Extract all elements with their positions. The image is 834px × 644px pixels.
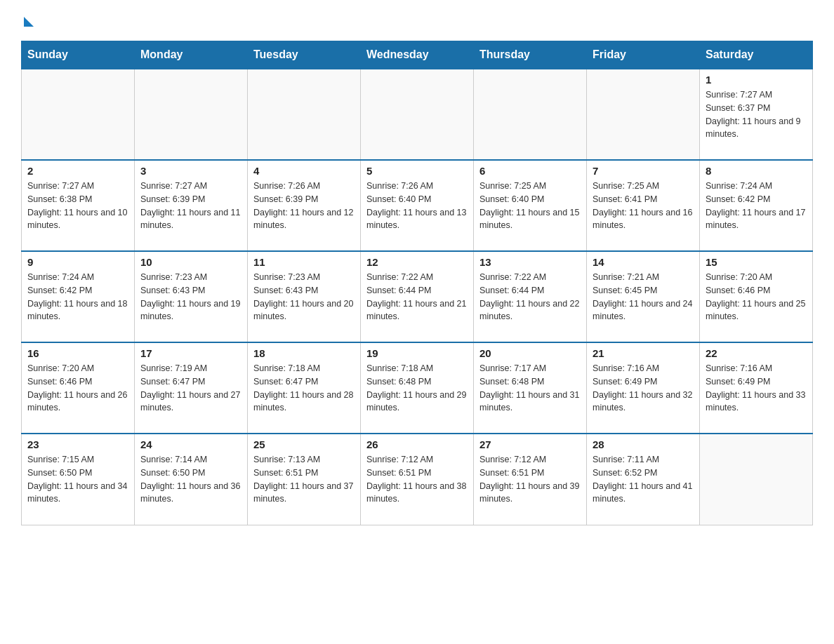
- day-number: 2: [27, 165, 128, 177]
- day-number: 21: [593, 347, 694, 359]
- calendar-cell: 15Sunrise: 7:20 AM Sunset: 6:46 PM Dayli…: [700, 251, 813, 342]
- calendar-cell: 6Sunrise: 7:25 AM Sunset: 6:40 PM Daylig…: [474, 160, 587, 251]
- calendar-cell: 20Sunrise: 7:17 AM Sunset: 6:48 PM Dayli…: [474, 342, 587, 434]
- day-info: Sunrise: 7:21 AM Sunset: 6:45 PM Dayligh…: [593, 271, 694, 323]
- day-number: 6: [479, 165, 581, 177]
- calendar-cell: 13Sunrise: 7:22 AM Sunset: 6:44 PM Dayli…: [474, 251, 587, 342]
- calendar-cell: 3Sunrise: 7:27 AM Sunset: 6:39 PM Daylig…: [135, 160, 248, 251]
- day-info: Sunrise: 7:23 AM Sunset: 6:43 PM Dayligh…: [253, 271, 355, 323]
- calendar-cell: 2Sunrise: 7:27 AM Sunset: 6:38 PM Daylig…: [22, 160, 135, 251]
- calendar-cell: 8Sunrise: 7:24 AM Sunset: 6:42 PM Daylig…: [700, 160, 813, 251]
- calendar-cell: [135, 69, 248, 160]
- logo-arrow-icon: [24, 17, 34, 27]
- day-number: 17: [140, 347, 241, 359]
- day-info: Sunrise: 7:17 AM Sunset: 6:48 PM Dayligh…: [479, 362, 581, 415]
- day-info: Sunrise: 7:14 AM Sunset: 6:50 PM Dayligh…: [140, 453, 241, 506]
- calendar-week-row: 23Sunrise: 7:15 AM Sunset: 6:50 PM Dayli…: [22, 434, 813, 525]
- calendar-cell: 14Sunrise: 7:21 AM Sunset: 6:45 PM Dayli…: [587, 251, 700, 342]
- day-number: 10: [140, 256, 241, 268]
- calendar-cell: [248, 69, 361, 160]
- day-number: 20: [479, 347, 581, 359]
- weekday-header-saturday: Saturday: [700, 41, 813, 69]
- calendar-cell: 24Sunrise: 7:14 AM Sunset: 6:50 PM Dayli…: [135, 434, 248, 525]
- day-info: Sunrise: 7:22 AM Sunset: 6:44 PM Dayligh…: [366, 271, 468, 323]
- page-header: [21, 14, 813, 27]
- day-number: 18: [253, 347, 355, 359]
- day-number: 23: [27, 438, 128, 450]
- weekday-header-tuesday: Tuesday: [248, 41, 361, 69]
- day-info: Sunrise: 7:27 AM Sunset: 6:37 PM Dayligh…: [706, 88, 807, 141]
- calendar-cell: 23Sunrise: 7:15 AM Sunset: 6:50 PM Dayli…: [22, 434, 135, 525]
- calendar-cell: 16Sunrise: 7:20 AM Sunset: 6:46 PM Dayli…: [22, 342, 135, 434]
- day-info: Sunrise: 7:18 AM Sunset: 6:48 PM Dayligh…: [366, 362, 468, 415]
- calendar-cell: 12Sunrise: 7:22 AM Sunset: 6:44 PM Dayli…: [361, 251, 474, 342]
- day-number: 27: [479, 438, 581, 450]
- day-info: Sunrise: 7:11 AM Sunset: 6:52 PM Dayligh…: [593, 453, 694, 506]
- day-number: 14: [593, 256, 694, 268]
- day-info: Sunrise: 7:12 AM Sunset: 6:51 PM Dayligh…: [366, 453, 468, 506]
- day-number: 1: [706, 74, 807, 86]
- day-info: Sunrise: 7:27 AM Sunset: 6:38 PM Dayligh…: [27, 180, 128, 232]
- calendar-week-row: 16Sunrise: 7:20 AM Sunset: 6:46 PM Dayli…: [22, 342, 813, 434]
- weekday-header-monday: Monday: [135, 41, 248, 69]
- day-number: 26: [366, 438, 468, 450]
- day-number: 16: [27, 347, 128, 359]
- weekday-header-wednesday: Wednesday: [361, 41, 474, 69]
- calendar-cell: 9Sunrise: 7:24 AM Sunset: 6:42 PM Daylig…: [22, 251, 135, 342]
- calendar-cell: [474, 69, 587, 160]
- day-number: 3: [140, 165, 241, 177]
- day-number: 4: [253, 165, 355, 177]
- logo: [21, 14, 34, 27]
- calendar-cell: 1Sunrise: 7:27 AM Sunset: 6:37 PM Daylig…: [700, 69, 813, 160]
- day-info: Sunrise: 7:12 AM Sunset: 6:51 PM Dayligh…: [479, 453, 581, 506]
- calendar-cell: 10Sunrise: 7:23 AM Sunset: 6:43 PM Dayli…: [135, 251, 248, 342]
- day-number: 13: [479, 256, 581, 268]
- day-number: 11: [253, 256, 355, 268]
- calendar-cell: 4Sunrise: 7:26 AM Sunset: 6:39 PM Daylig…: [248, 160, 361, 251]
- day-number: 8: [706, 165, 807, 177]
- calendar-cell: 26Sunrise: 7:12 AM Sunset: 6:51 PM Dayli…: [361, 434, 474, 525]
- weekday-header-friday: Friday: [587, 41, 700, 69]
- day-info: Sunrise: 7:24 AM Sunset: 6:42 PM Dayligh…: [27, 271, 128, 323]
- day-info: Sunrise: 7:25 AM Sunset: 6:40 PM Dayligh…: [479, 180, 581, 232]
- calendar-cell: [361, 69, 474, 160]
- calendar-cell: 27Sunrise: 7:12 AM Sunset: 6:51 PM Dayli…: [474, 434, 587, 525]
- calendar-header-row: SundayMondayTuesdayWednesdayThursdayFrid…: [22, 41, 813, 69]
- day-number: 9: [27, 256, 128, 268]
- day-number: 12: [366, 256, 468, 268]
- calendar-cell: 18Sunrise: 7:18 AM Sunset: 6:47 PM Dayli…: [248, 342, 361, 434]
- calendar-cell: 5Sunrise: 7:26 AM Sunset: 6:40 PM Daylig…: [361, 160, 474, 251]
- calendar-week-row: 2Sunrise: 7:27 AM Sunset: 6:38 PM Daylig…: [22, 160, 813, 251]
- day-info: Sunrise: 7:22 AM Sunset: 6:44 PM Dayligh…: [479, 271, 581, 323]
- day-info: Sunrise: 7:27 AM Sunset: 6:39 PM Dayligh…: [140, 180, 241, 232]
- calendar-week-row: 9Sunrise: 7:24 AM Sunset: 6:42 PM Daylig…: [22, 251, 813, 342]
- day-number: 28: [593, 438, 694, 450]
- calendar-cell: 21Sunrise: 7:16 AM Sunset: 6:49 PM Dayli…: [587, 342, 700, 434]
- calendar-cell: [700, 434, 813, 525]
- day-number: 19: [366, 347, 468, 359]
- day-info: Sunrise: 7:19 AM Sunset: 6:47 PM Dayligh…: [140, 362, 241, 415]
- day-info: Sunrise: 7:16 AM Sunset: 6:49 PM Dayligh…: [593, 362, 694, 415]
- calendar-cell: 7Sunrise: 7:25 AM Sunset: 6:41 PM Daylig…: [587, 160, 700, 251]
- day-number: 25: [253, 438, 355, 450]
- calendar-cell: 25Sunrise: 7:13 AM Sunset: 6:51 PM Dayli…: [248, 434, 361, 525]
- day-number: 7: [593, 165, 694, 177]
- calendar-cell: 17Sunrise: 7:19 AM Sunset: 6:47 PM Dayli…: [135, 342, 248, 434]
- day-info: Sunrise: 7:20 AM Sunset: 6:46 PM Dayligh…: [27, 362, 128, 415]
- day-info: Sunrise: 7:16 AM Sunset: 6:49 PM Dayligh…: [706, 362, 807, 415]
- calendar-table: SundayMondayTuesdayWednesdayThursdayFrid…: [21, 41, 813, 525]
- calendar-cell: 22Sunrise: 7:16 AM Sunset: 6:49 PM Dayli…: [700, 342, 813, 434]
- weekday-header-thursday: Thursday: [474, 41, 587, 69]
- day-info: Sunrise: 7:20 AM Sunset: 6:46 PM Dayligh…: [706, 271, 807, 323]
- calendar-cell: [22, 69, 135, 160]
- weekday-header-sunday: Sunday: [22, 41, 135, 69]
- day-number: 5: [366, 165, 468, 177]
- day-info: Sunrise: 7:23 AM Sunset: 6:43 PM Dayligh…: [140, 271, 241, 323]
- day-info: Sunrise: 7:24 AM Sunset: 6:42 PM Dayligh…: [706, 180, 807, 232]
- day-info: Sunrise: 7:15 AM Sunset: 6:50 PM Dayligh…: [27, 453, 128, 506]
- calendar-cell: [587, 69, 700, 160]
- day-info: Sunrise: 7:25 AM Sunset: 6:41 PM Dayligh…: [593, 180, 694, 232]
- calendar-cell: 28Sunrise: 7:11 AM Sunset: 6:52 PM Dayli…: [587, 434, 700, 525]
- day-info: Sunrise: 7:13 AM Sunset: 6:51 PM Dayligh…: [253, 453, 355, 506]
- day-info: Sunrise: 7:26 AM Sunset: 6:39 PM Dayligh…: [253, 180, 355, 232]
